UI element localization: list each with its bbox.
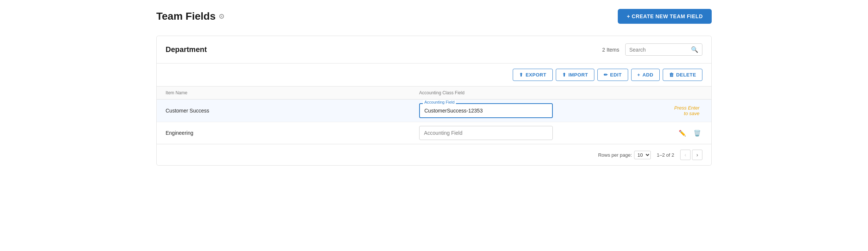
rows-per-page-select[interactable]: 10 25 50 xyxy=(634,151,651,159)
add-icon: + xyxy=(637,72,640,78)
toolbar: ⬆ EXPORT ⬆ IMPORT ✏ EDIT + ADD 🗑 DELETE xyxy=(157,63,711,87)
section-title: Department xyxy=(166,45,207,54)
rows-per-page: Rows per page: 10 25 50 xyxy=(598,151,651,159)
prev-page-button[interactable]: ‹ xyxy=(680,150,691,160)
rows-per-page-label: Rows per page: xyxy=(598,152,632,158)
edit-icon: ✏ xyxy=(604,72,608,78)
row-actions-engineering: ✏️ 🗑️ xyxy=(673,128,702,138)
pagination-buttons: ‹ › xyxy=(680,150,702,160)
table-row: Engineering ✏️ 🗑️ xyxy=(157,122,711,144)
edit-button[interactable]: ✏ EDIT xyxy=(597,69,628,81)
search-box: 🔍 xyxy=(625,43,702,56)
accounting-field-input-engineering[interactable] xyxy=(419,126,553,140)
add-button[interactable]: + ADD xyxy=(631,69,660,81)
press-enter-message: Press Enter to save xyxy=(673,105,702,116)
table: Item Name Accounting Class Field Custome… xyxy=(157,87,711,144)
col-header-item-name: Item Name xyxy=(166,90,419,95)
next-page-button[interactable]: › xyxy=(692,150,702,160)
accounting-field-label: Accounting Field xyxy=(423,100,456,104)
row-name-engineering: Engineering xyxy=(166,130,419,136)
col-header-accounting-field: Accounting Class Field xyxy=(419,90,673,95)
import-button[interactable]: ⬆ IMPORT xyxy=(556,69,594,81)
accounting-field-input-customer-success[interactable] xyxy=(419,103,553,118)
delete-icon: 🗑 xyxy=(669,72,674,78)
help-icon[interactable]: ⊙ xyxy=(219,12,224,20)
table-footer: Rows per page: 10 25 50 1–2 of 2 ‹ › xyxy=(157,144,711,165)
col-header-actions xyxy=(673,90,702,95)
search-icon-button[interactable]: 🔍 xyxy=(691,46,698,53)
export-button[interactable]: ⬆ EXPORT xyxy=(513,69,552,81)
column-headers: Item Name Accounting Class Field xyxy=(157,87,711,100)
create-new-team-field-button[interactable]: + CREATE NEW TEAM FIELD xyxy=(618,9,712,24)
section-header-right: 2 Items 🔍 xyxy=(602,43,702,56)
accounting-field-input-wrapper-customer-success: Accounting Field xyxy=(419,103,673,118)
import-icon: ⬆ xyxy=(562,72,566,78)
department-section: Department 2 Items 🔍 ⬆ EXPORT ⬆ IMPORT ✏ xyxy=(156,36,712,166)
items-count: 2 Items xyxy=(602,47,619,53)
edit-row-button-engineering[interactable]: ✏️ xyxy=(677,128,688,138)
delete-button[interactable]: 🗑 DELETE xyxy=(663,69,702,81)
accounting-field-input-wrapper-engineering xyxy=(419,126,673,140)
pagination-info: 1–2 of 2 xyxy=(657,152,674,158)
page-title: Team Fields ⊙ xyxy=(156,10,224,22)
export-icon: ⬆ xyxy=(519,72,523,78)
row-name-customer-success: Customer Success xyxy=(166,108,419,114)
delete-row-button-engineering[interactable]: 🗑️ xyxy=(692,128,702,138)
search-input[interactable] xyxy=(629,47,689,53)
table-row: Customer Success Accounting Field Press … xyxy=(157,100,711,122)
section-header: Department 2 Items 🔍 xyxy=(157,36,711,63)
